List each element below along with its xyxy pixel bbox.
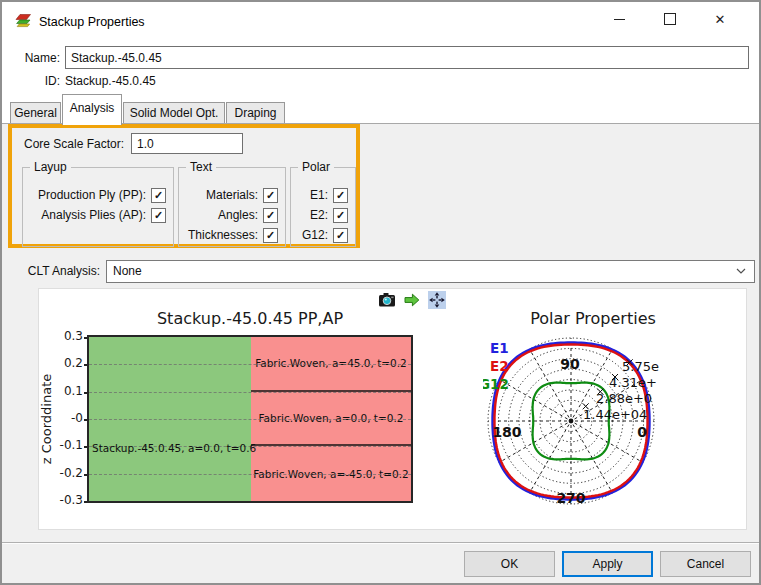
group-layup-title: Layup xyxy=(30,160,71,174)
polar-g12-label: G12: xyxy=(302,228,328,242)
angle-label-0: 0 xyxy=(637,424,647,440)
stackup-app-icon xyxy=(15,14,31,28)
layup-chart-plot-area: Fabric.Woven, a=45.0, t=0.2 Fabric.Woven… xyxy=(87,335,413,503)
legend-g12: G12 xyxy=(483,376,509,392)
close-button[interactable]: ✕ xyxy=(703,4,737,34)
polar-e1-checkbox[interactable]: ✓ xyxy=(333,188,348,203)
cancel-button[interactable]: Cancel xyxy=(660,551,751,577)
core-scale-factor-input[interactable] xyxy=(131,133,243,154)
y-tick-label: 0.2 xyxy=(39,356,83,370)
thicknesses-checkbox[interactable]: ✓ xyxy=(263,228,278,243)
y-tick-label: -0.2 xyxy=(39,466,83,480)
fit-view-icon[interactable] xyxy=(428,291,446,309)
group-polar: Polar E1: ✓ E2: ✓ G12: ✓ xyxy=(290,167,356,247)
titlebar: Stackup Properties ✕ xyxy=(2,2,759,40)
production-ply-label: Stackup.-45.0.45, a=0.0, t=0.6 xyxy=(92,442,256,454)
polar-e2-checkbox[interactable]: ✓ xyxy=(333,208,348,223)
maximize-button[interactable] xyxy=(653,4,687,34)
polar-chart-title: Polar Properties xyxy=(453,309,733,328)
check-icon: ✓ xyxy=(266,210,275,221)
y-tick-label: 0.1 xyxy=(39,384,83,398)
angle-label-270: 270 xyxy=(556,490,585,506)
footer-separator xyxy=(2,542,759,544)
name-input[interactable] xyxy=(65,46,749,69)
tab-analysis[interactable]: Analysis xyxy=(62,94,122,125)
polar-e1-label: E1: xyxy=(310,188,328,202)
angles-checkbox[interactable]: ✓ xyxy=(263,208,278,223)
group-layup: Layup Production Ply (PP): ✓ Analysis Pl… xyxy=(22,167,174,247)
polar-chart: E1 E2 G12 90 180 0 270 1.44e+04 2.88e+0 … xyxy=(483,329,713,515)
thicknesses-label: Thicknesses: xyxy=(188,228,258,242)
check-icon: ✓ xyxy=(336,190,345,201)
angles-label: Angles: xyxy=(218,208,258,222)
stackup-properties-dialog: Stackup Properties ✕ Name: ID: Stackup.-… xyxy=(0,0,761,585)
apply-button[interactable]: Apply xyxy=(562,551,653,577)
check-icon: ✓ xyxy=(154,190,163,201)
minimize-icon xyxy=(614,19,625,20)
check-icon: ✓ xyxy=(266,190,275,201)
ply-band-label: Fabric.Woven, a=0.0, t=0.2 xyxy=(259,412,404,424)
polar-g12-checkbox[interactable]: ✓ xyxy=(333,228,348,243)
production-ply-label: Production Ply (PP): xyxy=(38,188,146,202)
angle-label-90: 90 xyxy=(560,356,580,372)
radial-tick-label: 1.44e+04 xyxy=(583,407,647,422)
id-label: ID: xyxy=(10,74,60,88)
tab-draping[interactable]: Draping xyxy=(226,102,285,123)
group-text-title: Text xyxy=(186,160,216,174)
analysis-plies-checkbox[interactable]: ✓ xyxy=(151,208,166,223)
analysis-plies-label: Analysis Plies (AP): xyxy=(41,208,146,222)
camera-icon[interactable] xyxy=(378,291,396,309)
clt-analysis-label: CLT Analysis: xyxy=(2,264,100,278)
production-ply-checkbox[interactable]: ✓ xyxy=(151,188,166,203)
window-title: Stackup Properties xyxy=(39,15,145,29)
y-tick-label: -0.1 xyxy=(39,438,83,452)
check-icon: ✓ xyxy=(266,230,275,241)
y-tick-label: -0 xyxy=(39,411,83,425)
group-text: Text Materials: ✓ Angles: ✓ Thicknesses:… xyxy=(178,167,286,247)
maximize-icon xyxy=(664,13,676,25)
clt-analysis-value: None xyxy=(113,264,142,278)
ok-button[interactable]: OK xyxy=(464,551,555,577)
check-icon: ✓ xyxy=(336,210,345,221)
legend-e2: E2 xyxy=(490,358,509,374)
y-tick-label: -0.3 xyxy=(39,493,83,507)
id-value: Stackup.-45.0.45 xyxy=(65,74,156,88)
minimize-button[interactable] xyxy=(602,4,636,34)
check-icon: ✓ xyxy=(154,210,163,221)
materials-label: Materials: xyxy=(206,188,258,202)
tab-solid-model-opt[interactable]: Solid Model Opt. xyxy=(123,102,225,123)
analysis-options-highlight-box: Core Scale Factor: Layup Production Ply … xyxy=(8,124,360,248)
name-label: Name: xyxy=(10,51,60,65)
group-polar-title: Polar xyxy=(298,160,334,174)
legend-e1: E1 xyxy=(490,340,509,356)
check-icon: ✓ xyxy=(336,230,345,241)
forward-arrow-icon[interactable] xyxy=(403,291,421,309)
y-tick-label: 0.3 xyxy=(39,329,83,343)
plot-panel: Stackup.-45.0.45 PP,AP z Coorddinate 0.3… xyxy=(38,288,747,530)
radial-tick-label: 2.88e+0 xyxy=(596,391,652,406)
radial-tick-label: 5.75e xyxy=(622,359,659,374)
clt-analysis-dropdown[interactable]: None xyxy=(106,260,755,283)
materials-checkbox[interactable]: ✓ xyxy=(263,188,278,203)
polar-e2-label: E2: xyxy=(310,208,328,222)
radial-tick-label: 4.31e+ xyxy=(609,375,657,390)
close-icon: ✕ xyxy=(715,13,726,26)
chevron-down-icon xyxy=(736,268,746,274)
angle-label-180: 180 xyxy=(492,424,521,440)
tab-general[interactable]: General xyxy=(10,102,61,123)
layup-chart-title: Stackup.-45.0.45 PP,AP xyxy=(100,309,400,328)
core-scale-factor-label: Core Scale Factor: xyxy=(24,137,124,151)
